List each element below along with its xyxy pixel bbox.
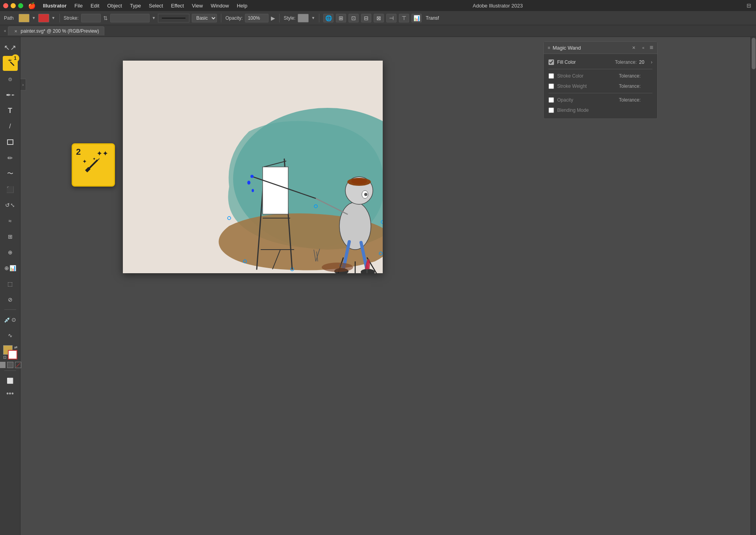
color-area: ⇌ ⊡ <box>3 345 18 368</box>
btn1[interactable]: ⊞ <box>336 14 346 22</box>
shape-builder-button[interactable]: ⊕ <box>3 245 18 260</box>
lasso-icon: ⌾ <box>8 76 12 83</box>
align-icon-btn[interactable]: 🌐 <box>323 14 334 22</box>
btn5[interactable]: ⊣ <box>386 14 397 22</box>
free-transform-icon: ⊞ <box>8 233 13 240</box>
divider-2 <box>221 14 221 22</box>
panel-collapse-button[interactable]: « <box>640 44 647 51</box>
line-tool-button[interactable]: / <box>3 119 18 134</box>
svg-line-3 <box>8 60 9 61</box>
fill-tolerance-arrow[interactable]: › <box>651 59 652 65</box>
chart-tool-button[interactable]: ⊕ 📊 <box>3 261 18 276</box>
more-tools-button[interactable]: ••• <box>3 389 18 398</box>
menu-bar: 🍎 Illustrator File Edit Object Type Sele… <box>0 0 756 11</box>
magic-wand-tool-button[interactable]: 1 <box>3 56 18 71</box>
svg-point-32 <box>252 189 254 192</box>
menu-item-view[interactable]: View <box>189 2 206 9</box>
close-window-button[interactable] <box>3 3 8 8</box>
selection-tool-button[interactable]: ↖ ↗ <box>3 40 18 55</box>
warp-tool-button[interactable]: ≈ <box>3 213 18 228</box>
fill-mode-box[interactable] <box>0 362 6 368</box>
menu-item-window[interactable]: Window <box>208 2 232 9</box>
btn4[interactable]: ⊠ <box>374 14 384 22</box>
step1-badge: 1 <box>11 54 19 62</box>
opacity-expand[interactable]: ▶ <box>271 15 275 21</box>
swap-colors-icon[interactable]: ⇌ <box>14 345 17 350</box>
pen-tool-button[interactable]: ✒ ✒ <box>3 87 18 102</box>
panel-menu-button[interactable]: ≡ <box>650 44 653 51</box>
blend-icon: ∿ <box>8 332 13 339</box>
text-tool-button[interactable]: T <box>3 103 18 118</box>
rect-tool-button[interactable] <box>3 135 18 150</box>
pencil-tool-button[interactable]: ✏ <box>3 150 18 165</box>
screen-mode-button[interactable]: ⬜ <box>3 373 18 388</box>
left-panel-collapse[interactable]: › <box>20 79 26 91</box>
fill-color-swatch[interactable] <box>19 14 30 22</box>
stroke-color-checkbox[interactable] <box>548 73 554 79</box>
menu-item-object[interactable]: Object <box>104 2 125 9</box>
stroke-mode-box[interactable] <box>7 362 13 368</box>
rotate-tool-button[interactable]: ↺ ⤡ <box>3 198 18 213</box>
stroke-spinner[interactable]: ⇅ <box>103 15 108 21</box>
transform-label: Transf <box>426 15 439 21</box>
stroke-color-label: Stroke Color <box>557 73 616 79</box>
fill-color-row[interactable]: Fill Color Tolerance: 20 › <box>544 57 657 67</box>
opacity-label: Opacity: <box>225 15 243 21</box>
brush-select[interactable]: Basic <box>192 14 217 22</box>
stroke-value-input[interactable] <box>110 14 150 22</box>
eraser-tool-button[interactable]: ⬛ <box>3 182 18 197</box>
menu-item-select[interactable]: Select <box>146 2 166 9</box>
eyedropper-tool-button[interactable]: 💉 ⊙ <box>3 312 18 327</box>
smooth-tool-button[interactable]: 〜 <box>3 166 18 181</box>
stroke-dropdown-arrow[interactable]: ▼ <box>152 16 156 20</box>
stroke-color-box[interactable] <box>8 350 17 359</box>
scroll-thumb[interactable] <box>752 38 756 69</box>
menu-item-illustrator[interactable]: Illustrator <box>40 2 70 9</box>
tab-close-button[interactable]: ✕ <box>13 28 19 34</box>
apple-menu-icon[interactable]: 🍎 <box>28 2 36 9</box>
stroke-weight-row[interactable]: Stroke Weight Tolerance: <box>544 81 657 91</box>
menu-item-edit[interactable]: Edit <box>87 2 102 9</box>
chart2-icon: 📊 <box>9 265 16 271</box>
menu-item-file[interactable]: File <box>71 2 86 9</box>
btn6[interactable]: ⊤ <box>399 14 409 22</box>
btn7[interactable]: 📊 <box>411 14 422 22</box>
smooth-icon: 〜 <box>7 170 13 178</box>
menu-item-effect[interactable]: Effect <box>168 2 187 9</box>
stroke-input[interactable] <box>81 14 101 22</box>
panel-collapse-arrow[interactable]: « <box>4 29 6 33</box>
btn3[interactable]: ⊟ <box>361 14 371 22</box>
panel-body: Fill Color Tolerance: 20 › Stroke Color … <box>544 54 657 118</box>
blend-tool-button[interactable]: ∿ <box>3 328 18 343</box>
stroke-weight-checkbox[interactable] <box>548 83 554 89</box>
slice-tool-button[interactable]: ⊘ <box>3 292 18 307</box>
opacity-row[interactable]: Opacity Tolerance: <box>544 95 657 105</box>
text-icon: T <box>8 107 12 115</box>
blending-mode-row[interactable]: Blending Mode <box>544 105 657 115</box>
opacity-input[interactable] <box>245 14 269 22</box>
stroke-color-row[interactable]: Stroke Color Tolerance: <box>544 71 657 81</box>
menu-item-type[interactable]: Type <box>127 2 144 9</box>
btn2[interactable]: ⊡ <box>348 14 359 22</box>
none-mode-box[interactable] <box>15 362 21 368</box>
opacity-checkbox[interactable] <box>548 97 554 103</box>
document-tab[interactable]: ✕ painter.svg* @ 200 % (RGB/Preview) <box>8 26 104 35</box>
blending-mode-checkbox[interactable] <box>548 107 554 113</box>
svg-text:✦: ✦ <box>93 157 96 161</box>
fill-color-label: Fill Color <box>557 59 612 65</box>
scrollbar-right[interactable] <box>750 37 756 535</box>
default-colors-icon[interactable]: ⊡ <box>3 355 6 359</box>
style-swatch[interactable] <box>298 14 309 22</box>
fill-color-checkbox[interactable] <box>548 59 554 65</box>
panel-close-button[interactable]: × <box>631 44 637 51</box>
lasso-tool-button[interactable]: ⌾ <box>3 72 18 87</box>
menu-item-help[interactable]: Help <box>233 2 250 9</box>
style-dropdown[interactable]: ▼ <box>311 16 315 20</box>
color-mode-row <box>0 362 21 368</box>
stroke-color-swatch[interactable] <box>38 14 49 22</box>
maximize-window-button[interactable] <box>18 3 23 8</box>
free-transform-button[interactable]: ⊞ <box>3 229 18 244</box>
minimize-window-button[interactable] <box>11 3 16 8</box>
artboard-tool-button[interactable]: ⬚ <box>3 276 18 291</box>
notification-icon[interactable]: ⊟ <box>745 2 753 9</box>
